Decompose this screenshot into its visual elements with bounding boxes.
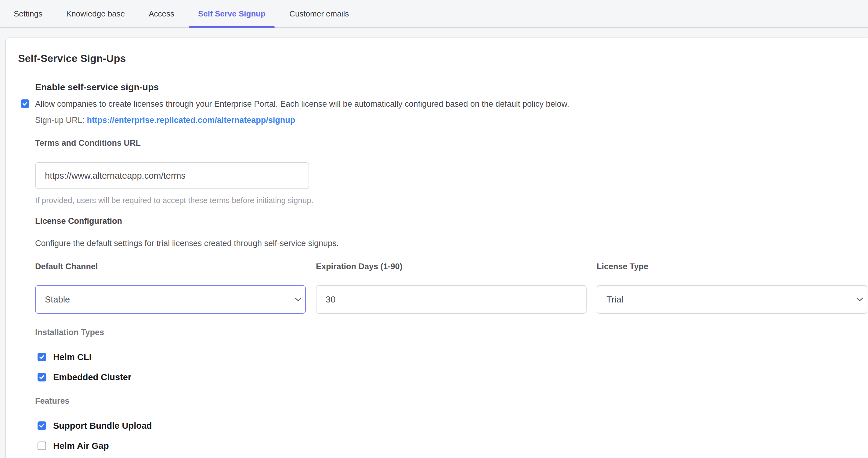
check-icon — [39, 423, 44, 428]
embedded-cluster-checkbox[interactable] — [37, 373, 46, 382]
chevron-down-icon — [294, 297, 302, 302]
expiration-days-input-wrap — [316, 285, 587, 314]
default-channel-field: Default Channel Stable — [35, 261, 306, 314]
expiration-days-label: Expiration Days (1-90) — [316, 261, 587, 272]
enable-signups-checkbox[interactable] — [21, 99, 29, 108]
default-channel-value: Stable — [45, 295, 70, 305]
license-type-field: License Type Trial — [597, 261, 867, 314]
page-title: Self-Service Sign-Ups — [18, 52, 858, 64]
license-config-description: Configure the default settings for trial… — [35, 238, 858, 249]
default-channel-select[interactable]: Stable — [35, 285, 306, 314]
settings-card: Self-Service Sign-Ups Enable self-servic… — [5, 37, 868, 458]
license-config-fields: Default Channel Stable Expiration Days (… — [35, 261, 858, 314]
terms-url-helper: If provided, users will be required to a… — [35, 195, 858, 205]
license-type-label: License Type — [597, 261, 867, 272]
terms-url-label: Terms and Conditions URL — [35, 138, 858, 148]
expiration-days-field: Expiration Days (1-90) — [316, 261, 587, 314]
check-icon — [22, 101, 28, 106]
helm-cli-checkbox[interactable] — [37, 353, 46, 361]
support-bundle-upload-checkbox[interactable] — [37, 421, 46, 430]
helm-cli-label: Helm CLI — [53, 352, 92, 362]
enable-signups-description: Allow companies to create licenses throu… — [35, 98, 569, 109]
check-icon — [39, 375, 44, 380]
features-heading: Features — [35, 396, 858, 406]
support-bundle-upload-label: Support Bundle Upload — [53, 421, 152, 431]
tab-customer-emails[interactable]: Customer emails — [280, 0, 358, 27]
checkbox-row-helm-cli[interactable]: Helm CLI — [37, 352, 858, 362]
signup-url-link[interactable]: https://enterprise.replicated.com/altern… — [87, 116, 296, 125]
installation-types-heading: Installation Types — [35, 327, 858, 337]
checkbox-row-helm-air-gap[interactable]: Helm Air Gap — [37, 440, 858, 451]
helm-air-gap-label: Helm Air Gap — [53, 440, 109, 451]
expiration-days-input[interactable] — [326, 295, 577, 305]
license-type-select[interactable]: Trial — [597, 285, 867, 314]
helm-air-gap-checkbox[interactable] — [37, 441, 46, 450]
tab-access[interactable]: Access — [140, 0, 183, 27]
default-channel-label: Default Channel — [35, 261, 306, 272]
license-type-value: Trial — [607, 295, 623, 305]
tab-settings[interactable]: Settings — [5, 0, 52, 27]
checkbox-row-support-bundle-upload[interactable]: Support Bundle Upload — [37, 421, 858, 431]
checkbox-row-embedded-cluster[interactable]: Embedded Cluster — [37, 372, 858, 382]
chevron-down-icon — [856, 297, 864, 302]
tab-bar: Settings Knowledge base Access Self Serv… — [0, 0, 868, 28]
tab-self-serve-signup[interactable]: Self Serve Signup — [189, 0, 275, 27]
signup-url-label: Sign-up URL: — [35, 116, 87, 125]
embedded-cluster-label: Embedded Cluster — [53, 372, 131, 382]
check-icon — [39, 355, 44, 360]
tab-knowledge-base[interactable]: Knowledge base — [57, 0, 134, 27]
terms-url-input[interactable] — [35, 162, 309, 189]
enable-signups-row: Allow companies to create licenses throu… — [21, 98, 858, 109]
license-config-heading: License Configuration — [35, 216, 858, 226]
enable-signups-heading: Enable self-service sign-ups — [35, 81, 858, 93]
signup-url-row: Sign-up URL: https://enterprise.replicat… — [35, 115, 858, 126]
